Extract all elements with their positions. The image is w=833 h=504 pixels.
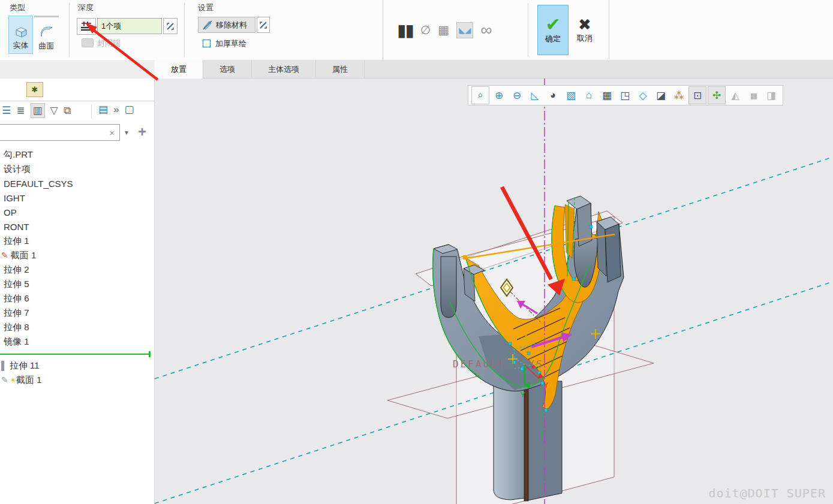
annotation-toggle-icon[interactable]: ⊡ — [688, 86, 706, 104]
tree-row[interactable]: IGHT — [1, 191, 73, 205]
dashboard-tab[interactable]: 放置 — [155, 60, 203, 79]
tree-item-label: DEFAULT_CSYS — [4, 179, 73, 189]
tree-toolbar-left: ☰≣▥▽⧉ — [2, 103, 71, 118]
settings-list-icon[interactable]: ▤ — [98, 103, 108, 116]
zoom-in-icon[interactable]: ⊕ — [491, 87, 507, 104]
group-separator — [184, 3, 185, 57]
tree-item-label: 拉伸 1 — [4, 236, 29, 247]
ribbon-right-separator — [609, 0, 609, 59]
tree-row[interactable]: RONT — [1, 219, 73, 234]
ok-button[interactable]: ✔ 确定 — [537, 5, 569, 55]
3d-model-canvas[interactable]: DEFAULT_CSYS — [155, 79, 833, 504]
pause-icon[interactable]: ▮▮ — [397, 20, 413, 40]
search-dropdown-icon[interactable]: ▾ — [125, 128, 128, 137]
tree-row[interactable]: 镜像 1 — [1, 334, 73, 349]
tree-row[interactable]: ✎ 截面 1 — [1, 248, 73, 262]
type-group-label: 类型 — [10, 2, 25, 13]
depth-blind-icon — [80, 21, 93, 32]
feature-icon: ✎ — [1, 375, 8, 385]
watermark: doit@DOIT SUPER — [708, 486, 826, 500]
check-icon: ✔ — [545, 16, 560, 34]
dashboard-tab[interactable]: 属性 — [316, 60, 365, 79]
tree-row[interactable]: 拉伸 8 — [1, 320, 73, 334]
tree-row[interactable]: DEFAULT_CSYS — [1, 176, 73, 191]
axis-label-green: Y — [520, 390, 525, 399]
filter-icon[interactable]: ▽ — [50, 104, 58, 117]
dashboard-tab[interactable]: 主体选项 — [252, 60, 316, 79]
copy-tree-icon[interactable]: ⧉ — [64, 105, 71, 117]
thicken-sketch-label: 加厚草绘 — [215, 38, 246, 49]
feature-icon: ▌ — [1, 361, 7, 370]
clear-search-icon[interactable]: × — [109, 128, 115, 138]
group-separator — [383, 0, 383, 59]
more-icon[interactable]: » — [113, 104, 119, 116]
fold-preview-icon[interactable]: ◣◢ — [456, 22, 473, 38]
tree-row[interactable]: OP — [1, 205, 73, 219]
depth-value: 1个项 — [101, 21, 121, 32]
wireframe-preview-icon[interactable]: ▦ — [438, 23, 449, 37]
doc-options-icon[interactable]: ▢ — [125, 103, 134, 116]
tree-row[interactable]: 拉伸 1 — [1, 234, 73, 248]
app-window: 类型 深度 设置 实体 曲面 1个项 封闭端 — [0, 0, 833, 504]
display-style-icon[interactable]: ◕ — [545, 87, 561, 104]
section-icon[interactable]: ◪ — [652, 87, 669, 104]
model-tree-list: 勾.PRT 设计项 DEFAULT_CSYS IGHT — [1, 147, 73, 349]
transparent-box-icon[interactable]: ◇ — [634, 87, 651, 104]
cancel-button[interactable]: ✖ 取消 — [570, 5, 600, 55]
tree-row[interactable]: ▌ 拉伸 11 — [1, 358, 41, 373]
depth-option-button[interactable] — [77, 18, 96, 35]
tree-row[interactable]: 拉伸 7 — [1, 306, 73, 320]
zoom-out-icon[interactable]: ⊖ — [509, 87, 525, 104]
show-columns-icon[interactable]: ▥ — [31, 103, 45, 118]
tree-item-label: 拉伸 11 — [10, 360, 40, 372]
tree-item-label: 勾.PRT — [4, 149, 33, 161]
repaint-icon[interactable]: ◺ — [527, 87, 543, 104]
add-filter-icon[interactable]: + — [138, 123, 146, 140]
named-view-icon[interactable]: ◳ — [617, 87, 633, 104]
shaded-box-icon[interactable]: ▧ — [563, 87, 579, 104]
tree-row[interactable]: 勾.PRT — [1, 147, 73, 162]
material-side-flip-button[interactable] — [257, 17, 270, 33]
tree-expand-icon[interactable]: ≣ — [16, 104, 25, 117]
tree-item-label: 拉伸 7 — [4, 307, 29, 319]
glasses-preview-icon[interactable]: ∞ — [480, 21, 492, 40]
tree-search-input[interactable]: × — [0, 124, 120, 141]
no-preview-icon[interactable]: ∅ — [420, 23, 431, 37]
surface-type-label: 曲面 — [39, 41, 55, 52]
tree-row[interactable]: ✎ ✳ 截面 1 — [1, 373, 41, 387]
insert-here-handle[interactable] — [149, 351, 151, 357]
tree-row[interactable]: 拉伸 5 — [1, 277, 73, 291]
depth-value-field[interactable]: 1个项 — [97, 18, 162, 34]
tree-toolbar-separator — [91, 104, 92, 119]
flip-arrow-icon — [258, 20, 268, 30]
surface-icon — [39, 26, 55, 41]
datum-display-icon[interactable]: ⁂ — [670, 87, 687, 104]
dashboard-tab[interactable]: 选项 — [203, 60, 252, 79]
insert-here-indicator[interactable] — [0, 354, 150, 355]
zoom-fit-icon[interactable]: ⌕ — [471, 86, 489, 104]
tree-item-label: 截面 1 — [16, 375, 42, 386]
tree-row[interactable]: 设计项 — [1, 162, 73, 176]
tree-item-label: 截面 1 — [11, 250, 37, 261]
spin-center-icon[interactable]: ✣ — [708, 86, 726, 104]
play-icon[interactable]: ◭ — [727, 87, 744, 104]
depth-flip-button[interactable] — [163, 18, 178, 34]
saved-views-icon[interactable]: ⌂ — [581, 87, 597, 104]
list-view-icon[interactable]: ☰ — [2, 104, 11, 117]
pause2-icon[interactable]: ▮▮ — [745, 87, 762, 104]
remove-material-button[interactable]: 移除材料 — [198, 17, 255, 33]
tree-row[interactable]: 拉伸 6 — [1, 291, 73, 306]
clip-icon[interactable]: ◨ — [763, 87, 780, 104]
tree-item-label: 拉伸 5 — [4, 279, 29, 290]
thicken-sketch-checkbox[interactable] — [203, 40, 210, 47]
surface-type-button[interactable]: 曲面 — [34, 16, 59, 54]
model-tree-tab-icon[interactable]: ✱ — [26, 82, 43, 97]
remove-material-label: 移除材料 — [216, 20, 247, 31]
tree-item-label: 拉伸 2 — [4, 264, 29, 276]
tree-row[interactable]: 拉伸 2 — [1, 262, 73, 277]
view-manager-icon[interactable]: ▦ — [599, 87, 615, 104]
solid-type-button[interactable]: 实体 — [8, 16, 33, 54]
graphics-area[interactable]: DEFAULT_CSYS — [155, 79, 833, 504]
tree-tab-strip — [0, 79, 154, 101]
capped-ends-icon — [82, 38, 94, 47]
